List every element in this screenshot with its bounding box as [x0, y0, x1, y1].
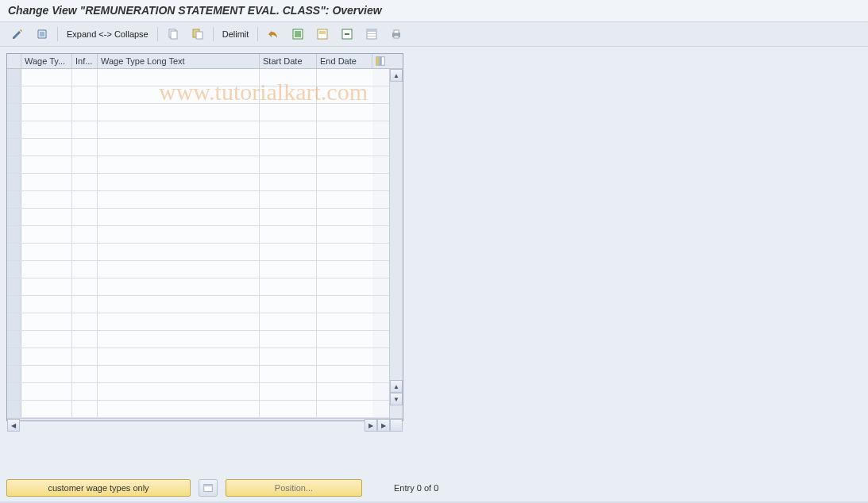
- position-button[interactable]: Position...: [226, 479, 362, 497]
- cell-inf[interactable]: [72, 69, 98, 86]
- table-row[interactable]: [7, 366, 389, 383]
- cell-inf[interactable]: [72, 174, 98, 190]
- cell-wage-type[interactable]: [21, 313, 72, 330]
- cell-wage-type[interactable]: [21, 244, 72, 260]
- cell-end-date[interactable]: [317, 348, 372, 365]
- cell-end-date[interactable]: [317, 209, 372, 225]
- column-header-wage-type-long-text[interactable]: Wage Type Long Text: [98, 54, 260, 68]
- cell-inf[interactable]: [72, 313, 98, 330]
- cell-wage-type[interactable]: [21, 261, 72, 278]
- row-select-handle[interactable]: [7, 174, 21, 190]
- cell-start-date[interactable]: [260, 278, 317, 295]
- cell-wage-type[interactable]: [21, 174, 72, 190]
- row-select-handle[interactable]: [7, 383, 21, 400]
- table-row[interactable]: [7, 313, 389, 331]
- column-select-all[interactable]: [7, 54, 21, 68]
- scroll-up-icon[interactable]: ▲: [390, 69, 403, 82]
- scroll-left-icon[interactable]: ◀: [7, 419, 20, 432]
- table-row[interactable]: [7, 226, 389, 244]
- row-select-handle[interactable]: [7, 296, 21, 313]
- row-select-handle[interactable]: [7, 226, 21, 243]
- cell-inf[interactable]: [72, 366, 98, 382]
- table-row[interactable]: [7, 121, 389, 139]
- scroll-down-icon[interactable]: ▼: [390, 393, 403, 405]
- cell-inf[interactable]: [72, 278, 98, 295]
- cell-inf[interactable]: [72, 191, 98, 208]
- cell-wage-type-long-text[interactable]: [98, 331, 260, 347]
- cell-end-date[interactable]: [317, 226, 372, 243]
- row-select-handle[interactable]: [7, 278, 21, 295]
- cell-start-date[interactable]: [260, 226, 317, 243]
- row-select-handle[interactable]: [7, 86, 21, 103]
- scroll-up-icon[interactable]: ▲: [390, 380, 403, 393]
- cell-wage-type-long-text[interactable]: [98, 104, 260, 121]
- cell-start-date[interactable]: [260, 156, 317, 173]
- cell-start-date[interactable]: [260, 86, 317, 103]
- cell-start-date[interactable]: [260, 331, 317, 347]
- cell-wage-type-long-text[interactable]: [98, 244, 260, 260]
- cell-start-date[interactable]: [260, 261, 317, 278]
- other-view-icon[interactable]: [31, 25, 53, 43]
- table-row[interactable]: [7, 86, 389, 104]
- table-row[interactable]: [7, 139, 389, 156]
- cell-wage-type[interactable]: [21, 383, 72, 400]
- cell-wage-type-long-text[interactable]: [98, 366, 260, 382]
- new-entries-icon[interactable]: [162, 25, 184, 43]
- table-row[interactable]: [7, 261, 389, 278]
- table-row[interactable]: [7, 69, 389, 86]
- cell-wage-type[interactable]: [21, 278, 72, 295]
- vertical-scrollbar[interactable]: ▲ ▲ ▼: [389, 69, 403, 418]
- cell-start-date[interactable]: [260, 209, 317, 225]
- table-row[interactable]: [7, 191, 389, 209]
- cell-wage-type-long-text[interactable]: [98, 226, 260, 243]
- row-select-handle[interactable]: [7, 261, 21, 278]
- cell-wage-type[interactable]: [21, 86, 72, 103]
- cell-wage-type-long-text[interactable]: [98, 261, 260, 278]
- cell-end-date[interactable]: [317, 261, 372, 278]
- cell-wage-type-long-text[interactable]: [98, 69, 260, 86]
- customer-wage-types-button[interactable]: customer wage types only: [6, 479, 191, 497]
- row-select-handle[interactable]: [7, 209, 21, 225]
- cell-end-date[interactable]: [317, 69, 372, 86]
- cell-start-date[interactable]: [260, 383, 317, 400]
- cell-wage-type-long-text[interactable]: [98, 278, 260, 295]
- row-select-handle[interactable]: [7, 313, 21, 330]
- cell-wage-type[interactable]: [21, 139, 72, 156]
- row-select-handle[interactable]: [7, 244, 21, 260]
- select-block-icon[interactable]: [311, 25, 334, 43]
- cell-start-date[interactable]: [260, 366, 317, 382]
- row-select-handle[interactable]: [7, 139, 21, 156]
- cell-wage-type-long-text[interactable]: [98, 121, 260, 138]
- cell-end-date[interactable]: [317, 139, 372, 156]
- cell-inf[interactable]: [72, 401, 98, 417]
- row-select-handle[interactable]: [7, 104, 21, 121]
- cell-wage-type-long-text[interactable]: [98, 348, 260, 365]
- cell-inf[interactable]: [72, 156, 98, 173]
- cell-end-date[interactable]: [317, 86, 372, 103]
- cell-wage-type[interactable]: [21, 366, 72, 382]
- cell-start-date[interactable]: [260, 348, 317, 365]
- cell-end-date[interactable]: [317, 191, 372, 208]
- horizontal-scrollbar[interactable]: ◀ ▶ ▶: [7, 418, 403, 420]
- cell-end-date[interactable]: [317, 156, 372, 173]
- table-row[interactable]: [7, 174, 389, 191]
- cell-inf[interactable]: [72, 209, 98, 225]
- cell-wage-type-long-text[interactable]: [98, 86, 260, 103]
- cell-inf[interactable]: [72, 139, 98, 156]
- row-select-handle[interactable]: [7, 366, 21, 382]
- row-select-handle[interactable]: [7, 121, 21, 138]
- column-header-end-date[interactable]: End Date: [317, 54, 372, 68]
- table-row[interactable]: [7, 296, 389, 313]
- cell-start-date[interactable]: [260, 296, 317, 313]
- cell-wage-type[interactable]: [21, 401, 72, 417]
- column-header-wage-type[interactable]: Wage Ty...: [21, 54, 72, 68]
- cell-wage-type-long-text[interactable]: [98, 139, 260, 156]
- cell-wage-type[interactable]: [21, 121, 72, 138]
- cell-end-date[interactable]: [317, 296, 372, 313]
- column-header-inf[interactable]: Inf...: [72, 54, 98, 68]
- cell-inf[interactable]: [72, 121, 98, 138]
- cell-inf[interactable]: [72, 244, 98, 260]
- table-row[interactable]: [7, 209, 389, 226]
- cell-inf[interactable]: [72, 86, 98, 103]
- column-header-start-date[interactable]: Start Date: [260, 54, 317, 68]
